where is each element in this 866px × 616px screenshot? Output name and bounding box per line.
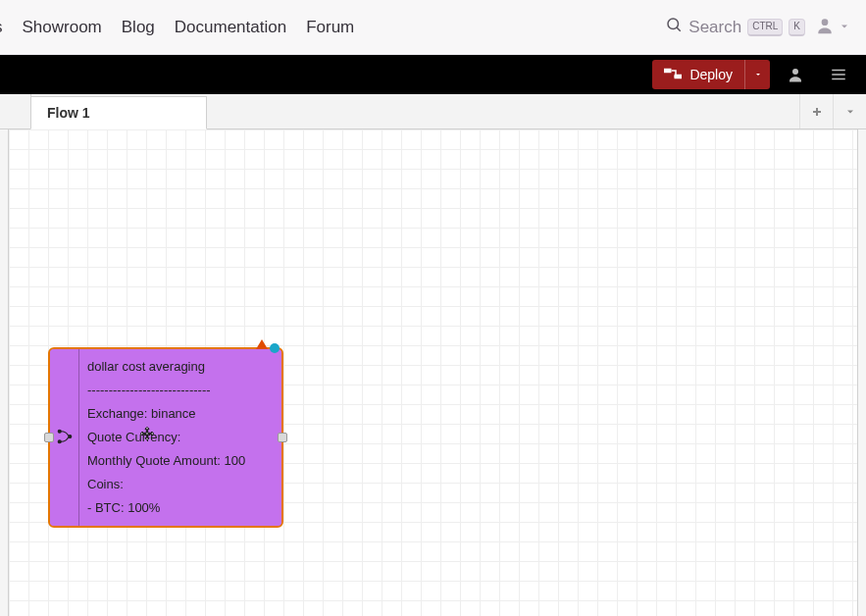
tab-label: Flow 1 <box>47 105 90 121</box>
tabstrip-left-gutter <box>0 94 31 128</box>
svg-point-11 <box>58 430 61 433</box>
nav-link-forum[interactable]: Forum <box>306 18 354 37</box>
svg-rect-10 <box>813 111 821 113</box>
kbd-k: K <box>789 19 805 36</box>
tab-flow-1[interactable]: Flow 1 <box>30 96 207 129</box>
node-body: dollar cost averaging ------------------… <box>79 349 281 526</box>
toolbar-menu-button[interactable] <box>821 60 856 89</box>
user-menu[interactable] <box>815 16 850 39</box>
deploy-label: Deploy <box>689 67 733 82</box>
deploy-dropdown[interactable] <box>744 60 770 89</box>
topbar-links: s Showroom Blog Documentation Forum <box>0 18 354 37</box>
node-error-badge-icon <box>256 339 268 349</box>
search-icon <box>665 16 683 38</box>
deploy-icon <box>664 67 682 83</box>
node-changed-badge-icon <box>270 343 280 353</box>
tabs-menu-button[interactable] <box>833 94 866 128</box>
nav-link-blog[interactable]: Blog <box>122 18 155 37</box>
node-icon-column <box>50 349 79 526</box>
flow-canvas[interactable]: dollar cost averaging ------------------… <box>9 129 857 616</box>
deploy-button[interactable]: Deploy <box>652 60 744 89</box>
search-placeholder: Search <box>688 18 741 37</box>
svg-rect-7 <box>832 74 845 76</box>
nav-link-documentation[interactable]: Documentation <box>175 18 286 37</box>
deploy-button-group: Deploy <box>652 60 770 89</box>
kbd-ctrl: CTRL <box>747 19 783 36</box>
tab-strip: Flow 1 <box>0 94 866 129</box>
svg-point-12 <box>58 439 61 442</box>
search-trigger[interactable]: Search CTRL K <box>665 16 805 38</box>
svg-rect-6 <box>832 70 845 72</box>
editor-toolbar: Deploy <box>0 55 866 94</box>
chevron-down-icon <box>839 19 850 36</box>
toolbar-user-button[interactable] <box>778 60 813 89</box>
svg-line-1 <box>677 27 681 31</box>
nav-link-showroom[interactable]: Showroom <box>23 18 102 37</box>
sidebar-collapsed-edge[interactable] <box>857 129 866 616</box>
workspace: dollar cost averaging ------------------… <box>0 129 866 616</box>
svg-point-2 <box>822 19 829 26</box>
svg-point-5 <box>792 69 798 75</box>
svg-rect-8 <box>832 78 845 80</box>
node-output-port[interactable] <box>278 433 287 442</box>
node-dca[interactable]: dollar cost averaging ------------------… <box>48 347 283 528</box>
site-topbar: s Showroom Blog Documentation Forum Sear… <box>0 0 866 55</box>
svg-point-0 <box>668 19 679 29</box>
nav-link-clipped[interactable]: s <box>0 18 3 37</box>
user-icon <box>815 16 835 39</box>
subflow-icon <box>56 428 74 448</box>
node-input-port[interactable] <box>44 433 54 442</box>
palette-collapsed-edge[interactable] <box>0 129 9 616</box>
svg-rect-3 <box>664 68 672 73</box>
add-tab-button[interactable] <box>799 94 833 128</box>
